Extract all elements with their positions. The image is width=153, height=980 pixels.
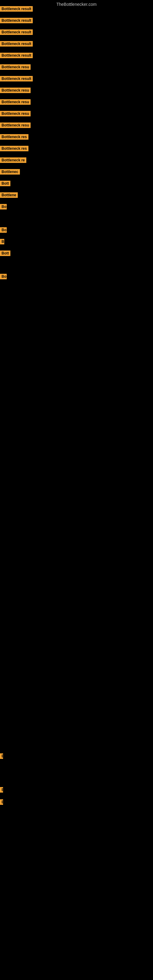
bottleneck-result-label: Bottleneck resu bbox=[0, 88, 30, 93]
bottleneck-result-label: Bo bbox=[0, 227, 7, 233]
bottleneck-result-label: Bottleneck result bbox=[0, 41, 33, 46]
bottleneck-result-label: Bottleneck resu bbox=[0, 64, 30, 70]
bottleneck-result-label: Bottleneck resu bbox=[0, 123, 30, 128]
bottleneck-result-label: B bbox=[0, 239, 4, 244]
bottleneck-result-label: Bottleneck resu bbox=[0, 99, 30, 105]
bottleneck-result-label: Bottleneck res bbox=[0, 146, 29, 151]
bottleneck-result-label: B bbox=[0, 799, 3, 805]
bottleneck-result-label: B bbox=[0, 787, 3, 792]
bottleneck-result-label: Bottleneck result bbox=[0, 52, 33, 58]
bottleneck-result-label: Bottleneck res bbox=[0, 134, 29, 140]
bottleneck-result-label: Bottlene bbox=[0, 192, 18, 198]
bottleneck-result-label: Bottleneck result bbox=[0, 29, 33, 35]
bottleneck-result-label: Bott bbox=[0, 250, 10, 256]
bottleneck-result-label: Bott bbox=[0, 181, 10, 186]
bottleneck-result-label: Bottleneck re bbox=[0, 158, 26, 163]
bottleneck-result-label: Bottleneck result bbox=[0, 76, 33, 81]
bottleneck-result-label: Bo bbox=[0, 204, 7, 210]
bottleneck-result-label: B bbox=[0, 753, 3, 759]
bottleneck-result-label: Bottleneck result bbox=[0, 6, 33, 12]
bottleneck-result-label: Bo bbox=[0, 274, 7, 279]
bottleneck-result-label: Bottlenec bbox=[0, 169, 20, 175]
bottleneck-result-label: Bottleneck resu bbox=[0, 111, 30, 116]
bottleneck-result-label: Bottleneck result bbox=[0, 18, 33, 23]
